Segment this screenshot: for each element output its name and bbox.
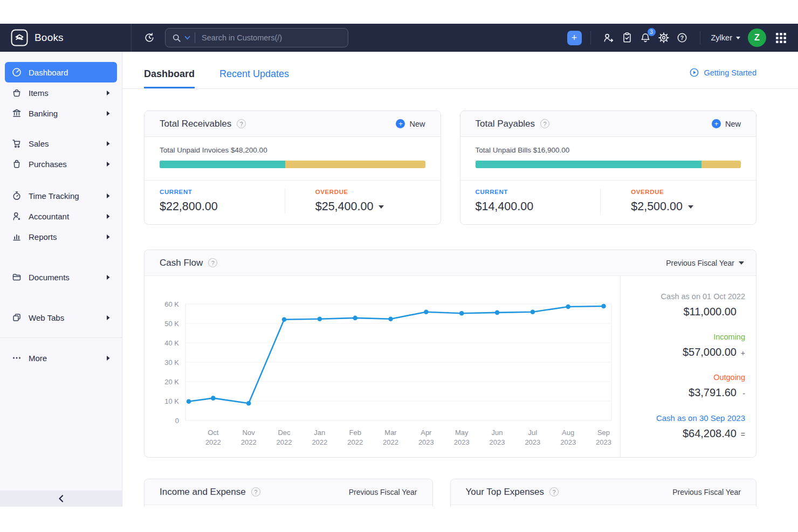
svg-text:Dec: Dec (278, 429, 291, 437)
unpaid-bills-summary: Total Unpaid Bills $16,900.00 (476, 146, 741, 154)
sidebar-item-label: Time Tracking (29, 191, 79, 201)
chevron-right-icon (107, 214, 110, 219)
svg-text:Jul: Jul (528, 429, 538, 437)
svg-text:2023: 2023 (418, 438, 434, 446)
help-icon[interactable]: ? (549, 487, 559, 496)
help-icon[interactable]: ? (208, 258, 217, 267)
svg-text:Apr: Apr (421, 429, 432, 437)
sidebar-item-items[interactable]: Items (5, 82, 117, 103)
period-label: Previous Fiscal Year (666, 259, 734, 267)
payables-current-segment (476, 161, 702, 168)
chevron-right-icon (107, 234, 110, 239)
gauge-icon (12, 67, 22, 77)
accountant-person-icon (12, 211, 22, 221)
svg-text:10 K: 10 K (164, 397, 179, 405)
tab-dashboard[interactable]: Dashboard (144, 68, 195, 88)
getting-started-link[interactable]: Getting Started (689, 67, 756, 88)
svg-text:2023: 2023 (525, 438, 540, 446)
help-icon[interactable]: ? (237, 119, 246, 128)
app-window: Books (0, 24, 798, 507)
sidebar-item-more[interactable]: More (5, 348, 117, 368)
getting-started-label: Getting Started (704, 68, 756, 77)
sidebar-item-sales[interactable]: Sales (5, 133, 117, 154)
opening-cash-label: Cash as on 01 Oct 2022 (621, 292, 745, 301)
payables-progress-bar (476, 161, 741, 168)
help-icon[interactable]: ? (540, 119, 549, 128)
income-expense-period-selector[interactable]: Previous Fiscal Year (349, 488, 417, 496)
sidebar-item-label: Documents (29, 273, 70, 282)
overdue-amount: $2,500.00 (631, 200, 683, 213)
sidebar-item-documents[interactable]: Documents (5, 267, 117, 287)
sidebar-item-dashboard[interactable]: Dashboard (5, 62, 117, 82)
search-input[interactable] (201, 33, 342, 43)
basket-icon (12, 88, 22, 98)
cash-flow-period-selector[interactable]: Previous Fiscal Year (666, 259, 744, 267)
outgoing-label: Outgoing (621, 373, 745, 382)
folder-icon (12, 272, 22, 282)
svg-text:Jun: Jun (492, 429, 503, 437)
current-amount: $22,800.00 (160, 200, 285, 213)
svg-text:Sep: Sep (597, 429, 610, 437)
overdue-amount: $25,400.00 (315, 200, 374, 213)
tasks-icon[interactable] (620, 31, 634, 45)
svg-text:30 K: 30 K (164, 358, 179, 367)
cash-flow-card: Cash Flow ? Previous Fiscal Year 010 K20… (144, 250, 756, 458)
sidebar-item-label: Sales (29, 139, 49, 148)
top-expenses-period-selector[interactable]: Previous Fiscal Year (672, 488, 741, 496)
sidebar-item-purchases[interactable]: Purchases (5, 154, 117, 174)
sidebar-item-web-tabs[interactable]: Web Tabs (5, 307, 117, 328)
topbar-divider (700, 31, 700, 45)
chevron-right-icon (107, 162, 110, 167)
help-icon[interactable]: ? (251, 487, 260, 496)
user-avatar[interactable]: Z (748, 29, 766, 47)
overdue-label: OVERDUE (315, 189, 441, 195)
sidebar-item-label: More (29, 354, 47, 363)
sidebar-item-time-tracking[interactable]: Time Tracking (5, 185, 117, 206)
sidebar-collapse-button[interactable] (0, 490, 122, 507)
referral-icon[interactable] (602, 31, 616, 45)
overdue-dropdown-caret[interactable] (379, 205, 384, 209)
sidebar-item-label: Items (29, 88, 49, 98)
search-scope-chevron-icon[interactable] (184, 36, 190, 40)
global-search (165, 28, 348, 47)
opening-cash-amount: $11,000.00 (621, 306, 745, 318)
svg-text:0: 0 (175, 417, 179, 425)
tab-recent-updates[interactable]: Recent Updates (219, 68, 289, 88)
sidebar-item-accountant[interactable]: Accountant (5, 206, 117, 226)
current-label: CURRENT (160, 189, 285, 195)
svg-text:60 K: 60 K (164, 300, 179, 308)
books-logo-icon (11, 29, 28, 46)
apps-grid-icon[interactable] (776, 33, 786, 43)
cash-flow-summary: Cash as on 01 Oct 2022 $11,000.00 Incomi… (620, 276, 756, 457)
search-icon[interactable] (172, 33, 181, 43)
svg-text:2022: 2022 (312, 438, 327, 446)
cash-flow-chart: 010 K20 K30 K40 K50 K60 KOct2022Nov2022D… (145, 276, 620, 457)
page-tabs: Dashboard Recent Updates Getting Started (122, 52, 798, 89)
closing-cash-amount: $64,208.40= (621, 427, 745, 440)
closing-cash-link[interactable]: Cash as on 30 Sep 2023 (621, 413, 745, 423)
new-receivable-button[interactable]: + New (393, 119, 428, 129)
sidebar-divider (0, 337, 122, 338)
brand-area: Books (0, 24, 132, 52)
notifications-bell-icon[interactable]: 3 (638, 31, 652, 45)
new-label: New (725, 120, 741, 128)
sidebar: Dashboard Items (0, 52, 122, 507)
chevron-right-icon (107, 194, 110, 198)
recent-history-icon[interactable] (142, 31, 156, 45)
settings-gear-icon[interactable] (657, 31, 671, 45)
org-switcher[interactable]: Zylker (711, 33, 740, 42)
overdue-dropdown-caret[interactable] (688, 205, 693, 209)
sidebar-item-label: Purchases (29, 160, 67, 169)
new-label: New (409, 120, 425, 128)
sidebar-item-label: Web Tabs (29, 313, 64, 322)
quick-create-button[interactable]: + (567, 31, 582, 45)
sidebar-item-reports[interactable]: Reports (5, 226, 117, 247)
total-receivables-card: Total Receivables ? + New Total Unpaid I… (144, 110, 441, 225)
chevron-left-icon (58, 495, 64, 502)
help-circle-icon[interactable]: ? (675, 31, 689, 45)
chevron-right-icon (107, 275, 110, 280)
svg-text:20 K: 20 K (164, 378, 179, 386)
sidebar-item-banking[interactable]: Banking (5, 103, 117, 123)
new-payable-button[interactable]: + New (708, 119, 744, 129)
chevron-right-icon (107, 315, 110, 320)
